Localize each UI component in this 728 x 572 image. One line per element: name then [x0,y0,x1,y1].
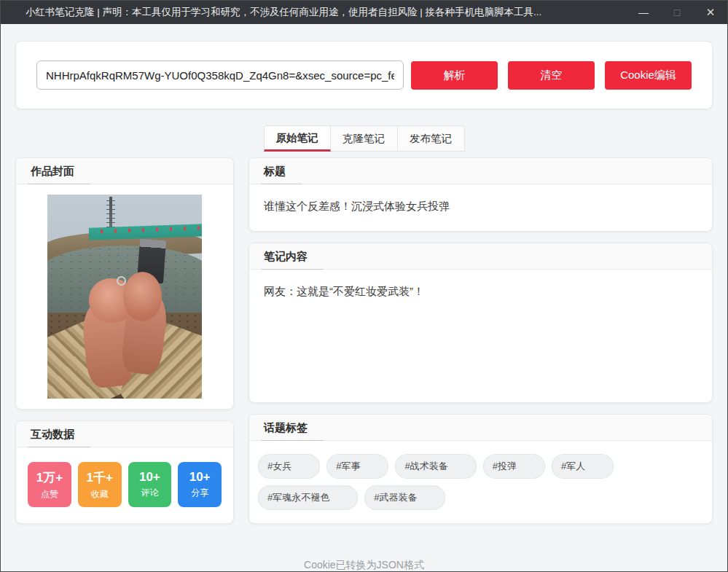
stat-favorites: 1千+ 收藏 [78,462,122,507]
note-content-panel-title: 笔记内容 [261,243,324,270]
note-title-panel-header: 标题 [249,158,712,184]
tab-publish-note[interactable]: 发布笔记 [398,125,465,152]
cover-fist-right [123,272,162,321]
tab-clone-note[interactable]: 克隆笔记 [331,125,398,152]
cover-panel-header: 作品封面 [16,158,233,184]
maximize-icon[interactable]: □ [660,1,694,24]
close-icon[interactable]: ✕ [694,1,727,24]
tags-panel: 话题标签 #女兵 #军事 #战术装备 #投弹 #军人 #军魂永不褪色 #武器装备 [248,414,713,524]
stat-favorites-value: 1千+ [86,469,112,486]
status-message: Cookie已转换为JSON格式 [15,559,713,572]
cookie-edit-button[interactable]: Cookie编辑 [605,61,692,90]
stats-panel: 互动数据 1万+ 点赞 1千+ 收藏 10+ 评论 [15,420,234,524]
cover-panel-title: 作品封面 [28,158,90,184]
note-url-input[interactable] [36,60,404,90]
tags-panel-title: 话题标签 [261,415,324,441]
stat-comments: 10+ 评论 [128,462,172,507]
cover-tower [109,197,112,232]
left-column: 作品封面 [15,157,234,524]
clear-button[interactable]: 清空 [508,61,595,90]
note-title-text: 谁懂这个反差感！沉浸式体验女兵投弹 [249,184,712,231]
tab-original-note[interactable]: 原始笔记 [264,125,331,152]
note-content-text: 网友：这就是“不爱红妆爱武装”！ [249,270,712,402]
note-title-panel: 标题 谁懂这个反差感！沉浸式体验女兵投弹 [248,157,713,232]
stat-likes-label: 点赞 [41,488,58,501]
content-columns: 作品封面 [15,157,713,524]
tags-body: #女兵 #军事 #战术装备 #投弹 #军人 #军魂永不褪色 #武器装备 [249,441,712,523]
stat-likes-value: 1万+ [36,469,63,486]
stats-panel-header: 互动数据 [16,421,233,447]
stat-shares: 10+ 分享 [178,462,222,507]
tag-pill[interactable]: #军事 [326,454,388,479]
stats-body: 1万+ 点赞 1千+ 收藏 10+ 评论 10+ 分享 [16,447,233,523]
cover-body [16,184,233,409]
stat-comments-label: 评论 [141,487,158,499]
tag-pill[interactable]: #投弹 [483,454,545,479]
window-controls: — □ ✕ [627,1,727,24]
tag-pill[interactable]: #战术装备 [395,454,476,479]
cover-image [47,195,202,399]
stat-favorites-label: 收藏 [91,488,109,501]
minimize-icon[interactable]: — [627,1,660,24]
stat-shares-value: 10+ [189,470,211,485]
window-title: 小红书笔记克隆 | 声明：本工具仅用于学习和研究，不涉及任何商业用途，使用者自担… [26,6,541,19]
cover-panel: 作品封面 [15,157,234,410]
stats-panel-title: 互动数据 [28,421,90,447]
stat-likes: 1万+ 点赞 [28,462,71,507]
titlebar: 小红书笔记克隆 | 声明：本工具仅用于学习和研究，不涉及任何商业用途，使用者自担… [1,1,727,24]
main-page: 解析 清空 Cookie编辑 原始笔记 克隆笔记 发布笔记 作品封面 [1,41,727,572]
tag-pill[interactable]: #女兵 [258,454,320,479]
parse-button[interactable]: 解析 [411,61,498,90]
right-column: 标题 谁懂这个反差感！沉浸式体验女兵投弹 笔记内容 网友：这就是“不爱红妆爱武装… [248,157,713,524]
tag-pill[interactable]: #军魂永不褪色 [258,485,358,510]
url-toolbar: 解析 清空 Cookie编辑 [15,41,713,109]
stat-shares-label: 分享 [191,487,208,499]
note-title-panel-title: 标题 [261,158,302,184]
note-content-panel: 笔记内容 网友：这就是“不爱红妆爱武装”！ [248,243,713,403]
note-tabs: 原始笔记 克隆笔记 发布笔记 [15,125,713,152]
note-content-panel-header: 笔记内容 [249,243,712,270]
tags-panel-header: 话题标签 [249,415,712,441]
app-window: { "window": { "title": "小红书笔记克隆 | 声明：本工具… [0,0,728,572]
tag-pill[interactable]: #武器装备 [364,485,445,510]
tag-pill[interactable]: #军人 [552,454,614,479]
stat-comments-value: 10+ [139,470,160,485]
